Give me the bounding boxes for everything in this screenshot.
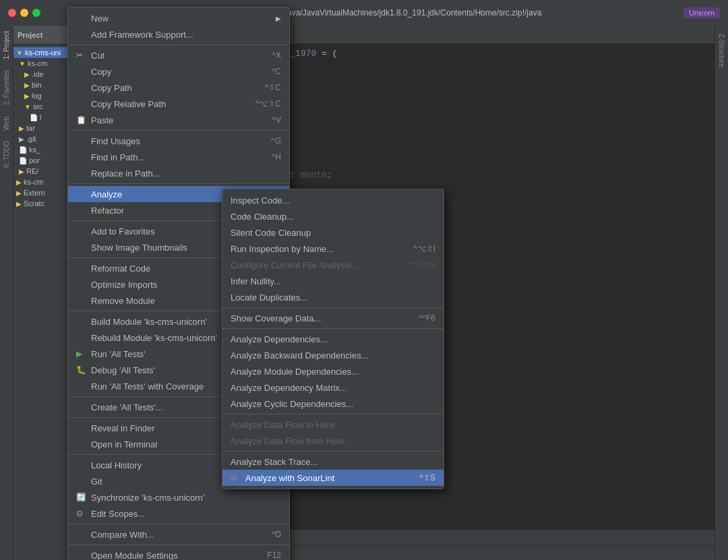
cut-icon: ✂ (76, 51, 87, 60)
menu-item-synchronize[interactable]: 🔄 Synchronize 'ks-cms-unicorn' (68, 489, 289, 505)
submenu-item-infer-nullity[interactable]: Infer Nullity... (222, 273, 444, 289)
menu-separator (222, 414, 444, 414)
analyze-submenu: Inspect Code... Code Cleanup... Silent C… (222, 189, 444, 489)
folder-icon: ▶ (24, 92, 30, 100)
menu-item-label: Analyze Data Flow from Here (231, 436, 435, 446)
menu-item-label: Analyze Cyclic Dependencies... (231, 399, 435, 409)
menu-item-label: Analyze Dependencies... (231, 334, 435, 344)
tree-item-label: ks-cm (28, 59, 47, 67)
menu-item-paste[interactable]: 📋 Paste ^V (68, 112, 289, 128)
tree-item-label: por (29, 156, 40, 164)
submenu-item-analyze-sonarlint[interactable]: ⊙ Analyze with SonarLint ^⇧S (222, 470, 444, 486)
submenu-item-backward-dependencies[interactable]: Analyze Backward Dependencies... (222, 347, 444, 363)
submenu-item-show-coverage[interactable]: Show Coverage Data... ^^F6 (222, 310, 444, 326)
close-button[interactable] (8, 9, 16, 17)
menu-item-label: Edit Scopes... (91, 509, 281, 519)
tree-item-label: l (40, 113, 41, 121)
menu-item-label: Show Coverage Data... (231, 313, 408, 323)
menu-item-cut[interactable]: ✂ Cut ^X (68, 47, 289, 63)
folder-icon: ▶ (19, 168, 24, 175)
minimize-button[interactable] (20, 9, 28, 17)
menu-item-label: Copy Relative Path (91, 99, 245, 109)
menu-item-replace-in-path[interactable]: Replace in Path... (68, 165, 289, 181)
shortcut-label: ^⌥⇧H (410, 260, 435, 270)
tree-item-label: ks-cms-uni (25, 49, 61, 57)
shortcut-label: ^X (272, 51, 281, 60)
submenu-item-analyze-stack-trace[interactable]: Analyze Stack Trace... (222, 454, 444, 470)
menu-item-find-in-path[interactable]: Find in Path... ^H (68, 149, 289, 165)
scope-icon: ⊙ (76, 509, 87, 518)
tree-item-label: RE/ (26, 167, 38, 175)
tree-item-label: src (33, 102, 43, 111)
shortcut-label: ^⇧S (419, 473, 435, 483)
submenu-item-dependency-matrix[interactable]: Analyze Dependency Matrix... (222, 379, 444, 396)
submenu-item-code-cleanup[interactable]: Code Cleanup... (222, 208, 444, 224)
menu-item-label: Analyze with SonarLint (245, 473, 408, 483)
debug-icon: 🐛 (76, 365, 87, 375)
menu-item-label: Infer Nullity... (231, 276, 435, 286)
menu-item-label: Find in Path... (91, 152, 261, 162)
tree-item-label: Extern (24, 189, 45, 197)
unicorn-badge: Unicorn (684, 7, 720, 18)
submenu-item-run-inspection[interactable]: Run Inspection by Name... ^⌥⇧I (222, 241, 444, 257)
shortcut-label: ^C (272, 67, 281, 76)
menu-item-label: Locate Duplicates... (231, 292, 435, 303)
shortcut-label: ^D (272, 530, 281, 539)
submenu-item-analyze-dependencies[interactable]: Analyze Dependencies... (222, 331, 444, 347)
menu-item-label: Analyze Backward Dependencies... (231, 350, 435, 361)
menu-separator (68, 545, 289, 545)
submenu-item-inspect-code[interactable]: Inspect Code... (222, 192, 444, 208)
file-icon: 📄 (19, 157, 27, 164)
submenu-item-silent-cleanup[interactable]: Silent Code Cleanup (222, 224, 444, 241)
menu-item-label: Cut (91, 51, 261, 61)
tree-item-label: ks-cm (24, 178, 43, 186)
shortcut-label: ^H (272, 152, 281, 162)
menu-item-copy-path[interactable]: Copy Path ^⇧C (68, 80, 289, 96)
submenu-item-cyclic-dependencies[interactable]: Analyze Cyclic Dependencies... (222, 396, 444, 412)
sidebar-item-project[interactable]: 1: Project (1, 26, 11, 65)
folder-icon: ▶ (24, 71, 30, 78)
submenu-item-locate-duplicates[interactable]: Locate Duplicates... (222, 289, 444, 305)
submenu-item-data-flow-from: Analyze Data Flow from Here (222, 433, 444, 449)
maximize-button[interactable] (32, 9, 40, 17)
sonarlint-icon: ⊙ (231, 473, 241, 483)
menu-item-find-usages[interactable]: Find Usages ^G (68, 133, 289, 149)
traffic-lights (8, 9, 40, 17)
sidebar-item-favorites[interactable]: 2: Favorites (1, 65, 11, 111)
menu-item-edit-scopes[interactable]: ⊙ Edit Scopes... (68, 505, 289, 522)
menu-item-new[interactable]: New ▶ (68, 10, 289, 26)
folder-icon: ▶ (19, 125, 24, 132)
menu-item-label: Inspect Code... (231, 195, 435, 206)
menu-separator (222, 328, 444, 329)
menu-item-label: Synchronize 'ks-cms-unicorn' (91, 493, 281, 503)
sidebar-item-todo[interactable]: 6: TODO (1, 135, 11, 173)
folder-icon: ▶ (16, 179, 22, 186)
arrow-icon: ▶ (276, 15, 281, 22)
menu-separator (68, 183, 289, 184)
menu-separator (222, 451, 444, 452)
menu-item-copy[interactable]: Copy ^C (68, 63, 289, 80)
folder-icon: ▼ (19, 60, 26, 67)
folder-icon: ▼ (16, 49, 23, 57)
menu-item-label: Copy Path (91, 83, 254, 93)
tab-z-structure[interactable]: Z-Structure (717, 28, 727, 73)
menu-item-label: Configure Current File Analysis... (231, 260, 399, 270)
submenu-item-module-dependencies[interactable]: Analyze Module Dependencies... (222, 363, 444, 379)
submenu-item-configure-analysis: Configure Current File Analysis... ^⌥⇧H (222, 257, 444, 273)
menu-item-label: Analyze Dependency Matrix... (231, 383, 435, 393)
tree-item-label: ks_ (29, 146, 40, 154)
sidebar-item-web[interactable]: Web (1, 111, 11, 135)
menu-item-add-framework[interactable]: Add Framework Support... (68, 26, 289, 42)
folder-icon: ▼ (24, 103, 31, 111)
project-label: Project (18, 31, 42, 39)
tree-item-label: .git (26, 135, 36, 143)
menu-item-label: Analyze Module Dependencies... (231, 367, 435, 377)
menu-item-module-settings[interactable]: Open Module Settings F12 (68, 547, 289, 560)
menu-separator (222, 307, 444, 308)
menu-separator (68, 524, 289, 524)
shortcut-label: F12 (267, 551, 281, 560)
menu-item-copy-relative-path[interactable]: Copy Relative Path ^⌥⇧C (68, 96, 289, 112)
shortcut-label: ^⌥⇧C (255, 99, 281, 108)
shortcut-label: ^⌥⇧I (413, 244, 435, 253)
menu-item-compare-with[interactable]: Compare With... ^D (68, 526, 289, 542)
